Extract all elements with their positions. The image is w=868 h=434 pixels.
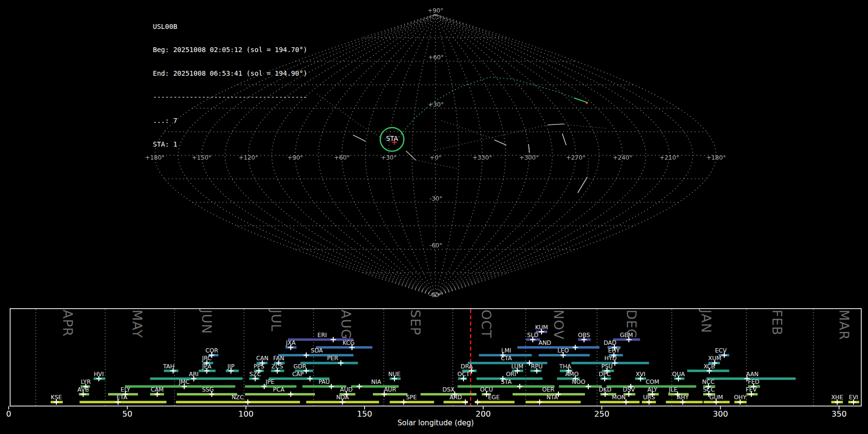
shower-code-label: SDA (311, 347, 324, 354)
shower-code-label: NIA (371, 379, 382, 385)
month-label: FEB (770, 310, 785, 336)
shower-peak-marker (585, 384, 591, 389)
month-label: NOV (551, 310, 566, 339)
track-solid (562, 134, 566, 145)
x-axis-tick-label: 50 (122, 409, 133, 419)
x-axis-tick-label: 0 (6, 409, 12, 419)
shower-code-label: DAD (604, 339, 616, 346)
shower-STA: STA (458, 379, 555, 389)
sta-radiant-label: STA (386, 135, 398, 142)
shower-code-label: GEM (620, 332, 633, 339)
shower-code-label: HVI (94, 371, 104, 378)
x-axis-tick-label: 200 (475, 409, 491, 419)
month-label: MAY (130, 310, 145, 338)
x-axis-tick-label: 250 (594, 409, 610, 419)
shower-AHY: AHY (666, 394, 703, 405)
ecliptic-dotted-curve (394, 77, 574, 142)
shower-activity-bar (316, 346, 372, 349)
map-latitude-label: +90° (428, 7, 444, 14)
shower-SPE: SPE (390, 394, 434, 405)
shower-peak-marker (303, 353, 309, 358)
map-latitude-label: -60° (430, 242, 443, 249)
shower-OBS: OBS (578, 332, 591, 342)
shower-code-label: DKD (599, 386, 611, 393)
shower-code-label: KUM (535, 324, 548, 331)
shower-code-label: URS (643, 394, 655, 401)
shower-activity-bar (373, 393, 407, 395)
shower-URS: URS (642, 394, 656, 405)
activity-timeline-chart: APRMAYJUNJULAUGSEPOCTNOVDECJANFEBMARKUME… (6, 309, 861, 427)
shower-code-label: SPE (406, 394, 417, 401)
shower-CAM: CAM (150, 386, 164, 397)
shower-code-label: QUA (672, 371, 685, 378)
shower-OCT: OCT (458, 371, 470, 381)
shower-peak-marker (288, 392, 293, 397)
x-axis-tick-label: 100 (238, 409, 254, 419)
track-dotted (317, 94, 392, 141)
shower-XCB: XCB (687, 363, 729, 374)
shower-activity-bar (559, 385, 602, 388)
shower-code-label: LYR (81, 379, 91, 385)
track-dotted (434, 125, 548, 150)
shower-peak-marker (245, 399, 250, 405)
shower-code-label: AHY (677, 394, 689, 401)
shower-code-label: ETA (117, 394, 128, 401)
shower-code-label: XCB (704, 363, 715, 370)
shower-AVB: AVB (78, 386, 89, 397)
shower-code-label: OCT (458, 371, 470, 378)
map-longitude-label: +30° (381, 154, 397, 161)
month-label: JAN (699, 309, 714, 333)
shower-QUA: QUA (672, 371, 685, 381)
shower-activity-bar (526, 401, 581, 403)
shower-code-label: RPU (531, 363, 542, 370)
shower-code-label: NOO (572, 379, 585, 385)
shower-NTA: NTA (526, 394, 581, 405)
shower-NZC: NZC (176, 394, 300, 405)
shower-code-label: GUM (709, 394, 723, 401)
shower-activity-bar (125, 385, 235, 388)
shower-NDA: NDA (306, 394, 379, 405)
shower-code-label: XHE (831, 394, 843, 401)
shower-JMC: JMC (125, 379, 235, 389)
shower-code-label: CTA (501, 355, 512, 362)
shower-code-label: DSX (442, 386, 454, 393)
shower-code-label: THA (559, 363, 571, 370)
month-label: OCT (479, 310, 494, 339)
ecliptic-solid-segment (574, 98, 586, 102)
shower-peak-marker (463, 399, 468, 405)
shower-code-label: PAU (318, 379, 329, 385)
shower-code-label: PPS (254, 363, 264, 370)
shower-code-label: NTA (546, 394, 558, 401)
shower-code-label: OHY (734, 394, 746, 401)
sta-count: STA: 1 (153, 140, 307, 148)
month-label: AUG (339, 310, 353, 339)
x-axis-title: Solar longitude (deg) (397, 419, 474, 427)
shower-JXA: JXA (285, 339, 297, 350)
shower-ZCS: ZCS (271, 363, 284, 374)
shower-ARD: ARD (444, 394, 468, 405)
shower-code-label: PCA (273, 386, 285, 393)
shower-code-label: COR (205, 347, 218, 354)
shower-code-label: XVI (636, 371, 645, 378)
map-latitude-label: +60° (428, 54, 444, 61)
shower-code-label: LUM (511, 363, 523, 370)
radiant-map-and-activity-plot: STA+180°+150°+120°+90°+60°+30°+0°+330°+3… (0, 0, 868, 434)
shower-code-label: STA (501, 379, 512, 385)
month-label: JUL (269, 309, 284, 332)
x-axis-tick-label: 300 (713, 409, 728, 419)
shower-code-label: SCC (703, 386, 715, 393)
shower-JPE: JPE (245, 379, 297, 389)
shower-code-label: JPE (265, 379, 274, 385)
shower-code-label: ECV (715, 347, 727, 354)
shower-activity-bar (80, 401, 166, 403)
shower-code-label: KCG (342, 339, 354, 346)
shower-activity-bar (177, 393, 237, 395)
grid-meridian (435, 14, 669, 297)
shower-code-label: NDA (336, 394, 349, 401)
shower-ARI: ARI (150, 371, 243, 381)
shower-GUM: GUM (704, 394, 730, 405)
shower-code-label: LMI (502, 347, 512, 354)
shower-NOO: NOO (559, 379, 602, 389)
shower-code-label: NZC (231, 394, 244, 401)
shower-code-label: ALY (647, 386, 657, 393)
